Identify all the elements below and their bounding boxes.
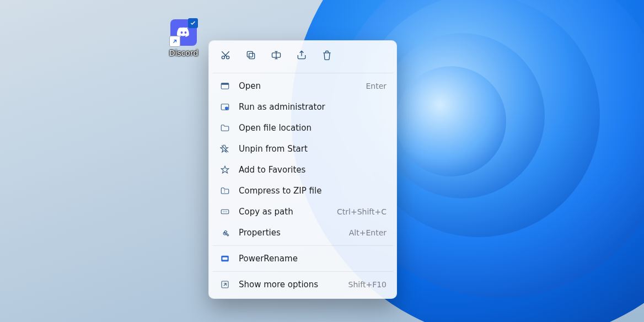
cut-button[interactable] — [214, 46, 237, 66]
menu-separator — [212, 73, 393, 73]
copy-icon — [245, 50, 256, 63]
rename-button[interactable] — [265, 46, 287, 66]
svg-rect-10 — [223, 257, 228, 260]
shield-icon — [219, 101, 231, 113]
menu-item-add-favorites[interactable]: Add to Favorites — [212, 159, 393, 180]
desktop-shortcut-discord[interactable]: Discord — [165, 19, 202, 57]
menu-item-properties[interactable]: Properties Alt+Enter — [212, 222, 393, 243]
menu-item-accelerator: Alt+Enter — [349, 228, 387, 237]
svg-point-1 — [227, 56, 229, 59]
menu-separator — [212, 271, 393, 272]
menu-item-label: Open — [239, 81, 366, 91]
menu-item-label: Show more options — [239, 280, 348, 289]
menu-item-powerrename[interactable]: PowerRename — [212, 248, 393, 269]
menu-item-label: PowerRename — [239, 254, 387, 264]
share-icon — [296, 50, 307, 63]
menu-item-copy-path[interactable]: Copy as path Ctrl+Shift+C — [212, 201, 393, 222]
more-options-icon — [219, 278, 231, 291]
wrench-icon — [219, 227, 231, 239]
menu-item-run-admin[interactable]: Run as administrator — [212, 96, 393, 117]
svg-point-0 — [222, 56, 224, 59]
cut-icon — [220, 50, 231, 63]
menu-item-accelerator: Enter — [366, 82, 387, 90]
folder-icon — [219, 122, 231, 134]
desktop[interactable]: Discord Open Enter — [0, 0, 644, 322]
delete-icon — [321, 50, 332, 63]
open-icon — [219, 80, 231, 92]
menu-item-accelerator: Shift+F10 — [348, 280, 387, 289]
menu-item-compress-zip[interactable]: Compress to ZIP file — [212, 180, 393, 201]
menu-separator — [212, 245, 393, 246]
menu-item-label: Copy as path — [239, 207, 337, 217]
context-menu: Open Enter Run as administrator Open fil… — [208, 40, 397, 299]
rename-icon — [271, 50, 282, 63]
copy-button[interactable] — [240, 46, 262, 66]
menu-item-label: Run as administrator — [239, 102, 387, 112]
menu-item-label: Unpin from Start — [239, 144, 387, 154]
svg-rect-2 — [249, 53, 255, 59]
menu-item-label: Open file location — [239, 123, 387, 133]
discord-app-icon — [170, 19, 197, 46]
svg-rect-3 — [247, 51, 253, 57]
desktop-shortcut-label: Discord — [168, 49, 200, 57]
menu-item-open-location[interactable]: Open file location — [212, 117, 393, 138]
menu-item-open[interactable]: Open Enter — [212, 76, 393, 96]
unpin-icon — [219, 143, 231, 155]
star-icon — [219, 164, 231, 176]
menu-item-more-options[interactable]: Show more options Shift+F10 — [212, 274, 393, 295]
delete-button[interactable] — [316, 46, 338, 66]
menu-item-label: Compress to ZIP file — [239, 186, 387, 196]
svg-rect-6 — [221, 83, 229, 85]
shortcut-arrow-icon — [169, 36, 180, 47]
zip-icon — [219, 185, 231, 197]
menu-item-unpin-start[interactable]: Unpin from Start — [212, 138, 393, 159]
share-button[interactable] — [291, 46, 313, 66]
selected-check-icon — [188, 18, 198, 28]
path-icon — [219, 206, 231, 218]
powerrename-icon — [219, 253, 231, 265]
menu-item-label: Properties — [239, 228, 349, 238]
context-menu-action-row — [212, 44, 393, 71]
menu-item-accelerator: Ctrl+Shift+C — [337, 207, 387, 216]
menu-item-label: Add to Favorites — [239, 165, 387, 175]
